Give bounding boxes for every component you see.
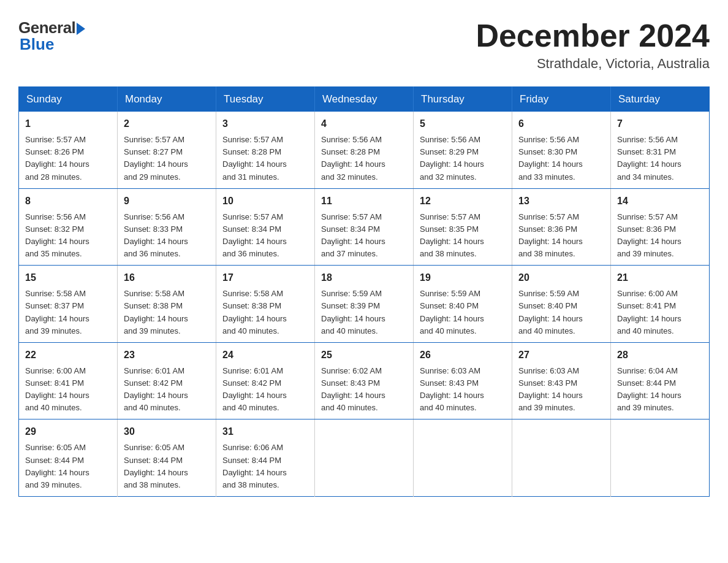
calendar-cell: 21 Sunrise: 6:00 AMSunset: 8:41 PMDaylig… xyxy=(611,266,710,343)
day-info: Sunrise: 5:59 AMSunset: 8:39 PMDaylight:… xyxy=(321,289,385,335)
day-info: Sunrise: 5:56 AMSunset: 8:33 PMDaylight:… xyxy=(124,212,188,258)
calendar-cell: 7 Sunrise: 5:56 AMSunset: 8:31 PMDayligh… xyxy=(611,112,710,188)
day-info: Sunrise: 6:02 AMSunset: 8:43 PMDaylight:… xyxy=(321,366,385,412)
day-number: 26 xyxy=(420,348,506,362)
day-info: Sunrise: 5:59 AMSunset: 8:40 PMDaylight:… xyxy=(518,289,583,335)
calendar-cell: 11 Sunrise: 5:57 AMSunset: 8:34 PMDaylig… xyxy=(315,188,414,266)
day-info: Sunrise: 5:57 AMSunset: 8:34 PMDaylight:… xyxy=(321,212,385,258)
calendar-cell: 17 Sunrise: 5:58 AMSunset: 8:38 PMDaylig… xyxy=(216,266,315,343)
day-number: 11 xyxy=(321,194,407,209)
day-number: 24 xyxy=(222,348,308,362)
day-info: Sunrise: 6:01 AMSunset: 8:42 PMDaylight:… xyxy=(222,366,287,412)
day-number: 20 xyxy=(518,270,604,285)
calendar-cell xyxy=(512,419,611,497)
header-tuesday: Tuesday xyxy=(216,87,315,112)
page-header: General Blue December 2024 Strathdale, V… xyxy=(18,18,710,72)
calendar-cell: 29 Sunrise: 6:05 AMSunset: 8:44 PMDaylig… xyxy=(19,419,118,497)
day-number: 13 xyxy=(518,194,604,209)
calendar-cell: 1 Sunrise: 5:57 AMSunset: 8:26 PMDayligh… xyxy=(19,112,118,188)
calendar-cell: 18 Sunrise: 5:59 AMSunset: 8:39 PMDaylig… xyxy=(315,266,414,343)
calendar-cell: 25 Sunrise: 6:02 AMSunset: 8:43 PMDaylig… xyxy=(315,342,414,419)
day-number: 17 xyxy=(222,270,308,285)
header-sunday: Sunday xyxy=(19,87,118,112)
day-info: Sunrise: 5:58 AMSunset: 8:37 PMDaylight:… xyxy=(25,289,89,335)
calendar-cell: 24 Sunrise: 6:01 AMSunset: 8:42 PMDaylig… xyxy=(216,342,315,419)
calendar-cell: 8 Sunrise: 5:56 AMSunset: 8:32 PMDayligh… xyxy=(19,188,118,266)
location-text: Strathdale, Victoria, Australia xyxy=(476,56,710,72)
day-info: Sunrise: 5:56 AMSunset: 8:32 PMDaylight:… xyxy=(25,212,89,258)
calendar-week-1: 1 Sunrise: 5:57 AMSunset: 8:26 PMDayligh… xyxy=(19,112,710,188)
day-info: Sunrise: 5:59 AMSunset: 8:40 PMDaylight:… xyxy=(420,289,484,335)
day-number: 19 xyxy=(420,270,506,285)
day-info: Sunrise: 5:57 AMSunset: 8:27 PMDaylight:… xyxy=(124,135,188,181)
day-info: Sunrise: 5:56 AMSunset: 8:31 PMDaylight:… xyxy=(617,135,681,181)
calendar-cell xyxy=(611,419,710,497)
day-number: 18 xyxy=(321,270,407,285)
calendar-cell: 14 Sunrise: 5:57 AMSunset: 8:36 PMDaylig… xyxy=(611,188,710,266)
header-monday: Monday xyxy=(118,87,216,112)
day-info: Sunrise: 5:58 AMSunset: 8:38 PMDaylight:… xyxy=(222,289,287,335)
day-info: Sunrise: 5:57 AMSunset: 8:34 PMDaylight:… xyxy=(222,212,287,258)
calendar-cell: 16 Sunrise: 5:58 AMSunset: 8:38 PMDaylig… xyxy=(118,266,216,343)
day-number: 6 xyxy=(518,117,604,131)
day-number: 22 xyxy=(25,348,111,362)
calendar-week-5: 29 Sunrise: 6:05 AMSunset: 8:44 PMDaylig… xyxy=(19,419,710,497)
day-number: 29 xyxy=(25,424,111,439)
day-info: Sunrise: 5:57 AMSunset: 8:35 PMDaylight:… xyxy=(420,212,484,258)
calendar-cell: 30 Sunrise: 6:05 AMSunset: 8:44 PMDaylig… xyxy=(118,419,216,497)
day-info: Sunrise: 6:04 AMSunset: 8:44 PMDaylight:… xyxy=(617,366,681,412)
day-number: 23 xyxy=(124,348,210,362)
day-number: 15 xyxy=(25,270,111,285)
calendar-cell: 13 Sunrise: 5:57 AMSunset: 8:36 PMDaylig… xyxy=(512,188,611,266)
day-info: Sunrise: 6:01 AMSunset: 8:42 PMDaylight:… xyxy=(124,366,188,412)
day-number: 21 xyxy=(617,270,703,285)
calendar-cell xyxy=(414,419,512,497)
day-number: 28 xyxy=(617,348,703,362)
day-info: Sunrise: 5:56 AMSunset: 8:29 PMDaylight:… xyxy=(420,135,484,181)
day-info: Sunrise: 5:56 AMSunset: 8:28 PMDaylight:… xyxy=(321,135,385,181)
day-number: 7 xyxy=(617,117,703,131)
day-info: Sunrise: 6:05 AMSunset: 8:44 PMDaylight:… xyxy=(124,443,188,489)
calendar-cell: 3 Sunrise: 5:57 AMSunset: 8:28 PMDayligh… xyxy=(216,112,315,188)
day-number: 8 xyxy=(25,194,111,209)
header-friday: Friday xyxy=(512,87,611,112)
calendar-cell: 28 Sunrise: 6:04 AMSunset: 8:44 PMDaylig… xyxy=(611,342,710,419)
calendar-cell: 9 Sunrise: 5:56 AMSunset: 8:33 PMDayligh… xyxy=(118,188,216,266)
day-number: 30 xyxy=(124,424,210,439)
day-number: 31 xyxy=(222,424,308,439)
day-number: 4 xyxy=(321,117,407,131)
logo-arrow-icon xyxy=(77,23,85,35)
calendar-cell: 6 Sunrise: 5:56 AMSunset: 8:30 PMDayligh… xyxy=(512,112,611,188)
calendar-cell: 4 Sunrise: 5:56 AMSunset: 8:28 PMDayligh… xyxy=(315,112,414,188)
header-wednesday: Wednesday xyxy=(315,87,414,112)
day-number: 12 xyxy=(420,194,506,209)
day-info: Sunrise: 5:56 AMSunset: 8:30 PMDaylight:… xyxy=(518,135,583,181)
day-info: Sunrise: 6:06 AMSunset: 8:44 PMDaylight:… xyxy=(222,443,287,489)
logo: General Blue xyxy=(18,18,85,54)
day-info: Sunrise: 6:05 AMSunset: 8:44 PMDaylight:… xyxy=(25,443,89,489)
calendar-cell: 2 Sunrise: 5:57 AMSunset: 8:27 PMDayligh… xyxy=(118,112,216,188)
calendar-cell: 12 Sunrise: 5:57 AMSunset: 8:35 PMDaylig… xyxy=(414,188,512,266)
calendar-cell xyxy=(315,419,414,497)
day-info: Sunrise: 6:03 AMSunset: 8:43 PMDaylight:… xyxy=(420,366,484,412)
calendar-cell: 19 Sunrise: 5:59 AMSunset: 8:40 PMDaylig… xyxy=(414,266,512,343)
day-number: 5 xyxy=(420,117,506,131)
day-number: 1 xyxy=(25,117,111,131)
day-info: Sunrise: 6:00 AMSunset: 8:41 PMDaylight:… xyxy=(617,289,681,335)
calendar-cell: 27 Sunrise: 6:03 AMSunset: 8:43 PMDaylig… xyxy=(512,342,611,419)
day-info: Sunrise: 5:57 AMSunset: 8:36 PMDaylight:… xyxy=(617,212,681,258)
day-number: 14 xyxy=(617,194,703,209)
calendar-cell: 5 Sunrise: 5:56 AMSunset: 8:29 PMDayligh… xyxy=(414,112,512,188)
title-section: December 2024 Strathdale, Victoria, Aust… xyxy=(476,18,710,72)
calendar-week-3: 15 Sunrise: 5:58 AMSunset: 8:37 PMDaylig… xyxy=(19,266,710,343)
day-number: 25 xyxy=(321,348,407,362)
day-info: Sunrise: 6:00 AMSunset: 8:41 PMDaylight:… xyxy=(25,366,89,412)
calendar-cell: 10 Sunrise: 5:57 AMSunset: 8:34 PMDaylig… xyxy=(216,188,315,266)
header-saturday: Saturday xyxy=(611,87,710,112)
day-number: 2 xyxy=(124,117,210,131)
calendar-cell: 22 Sunrise: 6:00 AMSunset: 8:41 PMDaylig… xyxy=(19,342,118,419)
header-thursday: Thursday xyxy=(414,87,512,112)
day-number: 27 xyxy=(518,348,604,362)
day-info: Sunrise: 5:57 AMSunset: 8:26 PMDaylight:… xyxy=(25,135,89,181)
calendar-week-4: 22 Sunrise: 6:00 AMSunset: 8:41 PMDaylig… xyxy=(19,342,710,419)
